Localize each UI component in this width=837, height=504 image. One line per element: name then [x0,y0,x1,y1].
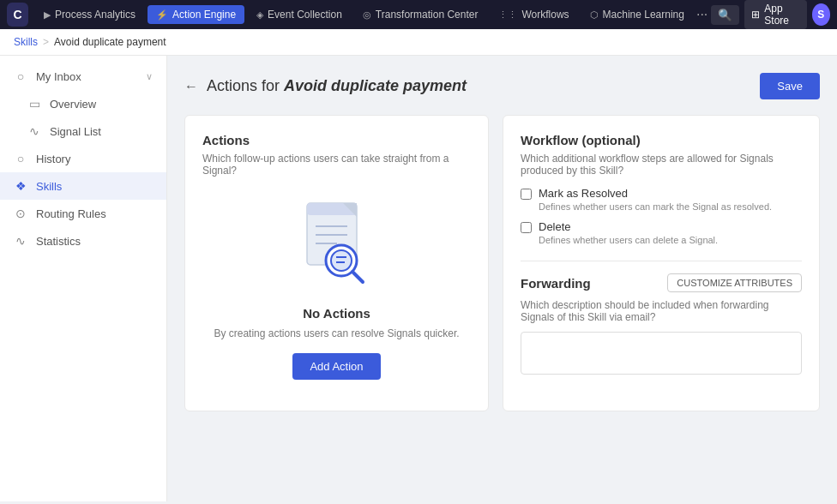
add-action-button[interactable]: Add Action [292,353,380,380]
history-icon: ○ [14,152,27,165]
actions-card-title: Actions [202,133,471,147]
main-content: ← Actions for Avoid duplicate payment Sa… [167,56,837,501]
user-avatar[interactable]: S [812,3,830,26]
svg-line-8 [352,272,363,282]
overview-icon: ▭ [27,97,41,111]
inbox-icon: ○ [14,69,27,83]
main-layout: ○ My Inbox ∨ ▭ Overview ∿ Signal List ○ … [0,56,837,501]
forwarding-header: Forwarding CUSTOMIZE ATTRIBUTES [521,273,802,292]
topnav-right-area: 🔍 ⊞ App Store S [711,0,830,29]
mark-resolved-checkbox[interactable] [521,189,532,200]
sidebar-item-routing-rules[interactable]: ⊙ Routing Rules [0,200,166,227]
page-header: ← Actions for Avoid duplicate payment Sa… [184,73,820,99]
delete-checkbox[interactable] [521,222,532,233]
nav-process-analytics[interactable]: ▶ Process Analytics [35,5,144,24]
skills-icon: ❖ [14,179,27,193]
sidebar-item-statistics[interactable]: ∿ Statistics [0,227,166,255]
delete-description: Defines whether users can delete a Signa… [539,235,718,245]
transformation-center-icon: ◎ [363,9,371,21]
delete-label[interactable]: Delete [539,220,571,233]
nav-machine-learning[interactable]: ⬡ Machine Learning [581,5,693,24]
forwarding-title: Forwarding [521,276,591,291]
breadcrumb: Skills > Avoid duplicate payment [0,29,837,56]
top-navigation: C ▶ Process Analytics ⚡ Action Engine ◈ … [0,0,837,29]
workflow-section: Workflow (optional) Which additional wor… [521,133,802,245]
customize-attributes-button[interactable]: CUSTOMIZE ATTRIBUTES [667,273,802,292]
machine-learning-icon: ⬡ [590,9,599,21]
mark-resolved-checkbox-row: Mark as Resolved Defines whether users c… [521,187,802,212]
sidebar: ○ My Inbox ∨ ▭ Overview ∿ Signal List ○ … [0,56,167,501]
page-title: Actions for Avoid duplicate payment [207,77,467,95]
nav-workflows[interactable]: ⋮⋮ Workflows [490,5,577,24]
appstore-icon: ⊞ [751,9,760,21]
sidebar-item-my-inbox[interactable]: ○ My Inbox ∨ [0,63,166,90]
routing-rules-icon: ⊙ [14,207,27,220]
inbox-expand-icon: ∨ [146,71,153,82]
breadcrumb-skills-link[interactable]: Skills [14,36,38,48]
save-button[interactable]: Save [760,73,820,99]
cards-row: Actions Which follow-up actions users ca… [184,115,820,411]
card-divider [521,261,802,261]
nav-action-engine[interactable]: ⚡ Action Engine [148,5,244,24]
no-actions-description: By creating actions users can resolve Si… [214,327,459,339]
no-actions-title: No Actions [303,306,370,321]
nav-transformation-center[interactable]: ◎ Transformation Center [354,5,487,24]
sidebar-item-skills[interactable]: ❖ Skills [0,172,166,200]
workflows-icon: ⋮⋮ [498,9,517,21]
breadcrumb-separator: > [43,36,49,48]
workflow-card-title: Workflow (optional) [521,133,802,147]
logo[interactable]: C [7,3,28,27]
no-actions-area: No Actions By creating actions users can… [202,190,471,393]
forwarding-description: Which description should be included whe… [521,299,802,323]
action-engine-icon: ⚡ [156,9,168,21]
workflow-card-description: Which additional workflow steps are allo… [521,153,802,177]
page-header-left: ← Actions for Avoid duplicate payment [184,77,467,95]
search-button[interactable]: 🔍 [711,5,739,25]
svg-point-7 [331,250,352,271]
sidebar-item-signal-list[interactable]: ∿ Signal List [0,117,166,145]
process-analytics-icon: ▶ [44,9,51,21]
no-actions-illustration [294,199,380,296]
sidebar-item-history[interactable]: ○ History [0,145,166,172]
actions-card: Actions Which follow-up actions users ca… [184,115,489,411]
actions-card-subtitle: Which follow-up actions users can take s… [202,153,471,177]
sidebar-item-overview[interactable]: ▭ Overview [0,90,166,117]
breadcrumb-current: Avoid duplicate payment [54,36,166,48]
more-nav-items[interactable]: ··· [696,7,708,22]
delete-checkbox-row: Delete Defines whether users can delete … [521,220,802,245]
back-button[interactable]: ← [184,79,198,94]
event-collection-icon: ◈ [256,9,263,21]
forwarding-textarea[interactable] [521,332,802,375]
workflow-card: Workflow (optional) Which additional wor… [503,115,820,411]
appstore-button[interactable]: ⊞ App Store [744,0,806,29]
mark-resolved-label[interactable]: Mark as Resolved [539,187,628,200]
statistics-icon: ∿ [14,234,27,248]
mark-resolved-description: Defines whether users can mark the Signa… [539,201,772,212]
nav-event-collection[interactable]: ◈ Event Collection [248,5,351,24]
signal-list-icon: ∿ [27,124,41,138]
